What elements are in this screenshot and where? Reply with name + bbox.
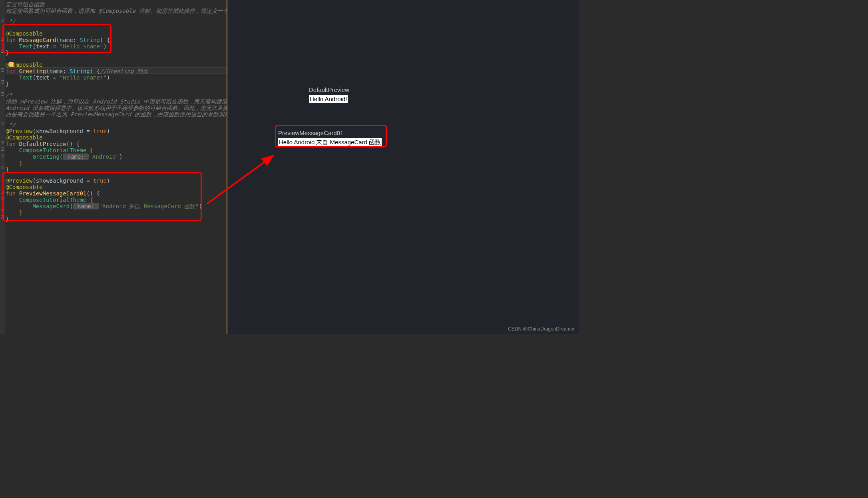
code-line[interactable]: ComposeTutorialTheme { bbox=[6, 147, 93, 153]
code-line[interactable]: fun Greeting(name: String) {//Greeting 问… bbox=[6, 68, 148, 74]
code-line[interactable]: @Preview(showBackground = true) bbox=[6, 128, 110, 134]
code-line[interactable]: Text(text = "Hello $name") bbox=[6, 43, 107, 50]
code-line[interactable]: MessageCard( name: "Android 来自 MessageCa… bbox=[6, 203, 202, 209]
fold-marker[interactable] bbox=[1, 122, 4, 125]
fold-marker[interactable] bbox=[1, 215, 4, 219]
code-line[interactable]: @Preview(showBackground = true) bbox=[6, 177, 110, 184]
code-line[interactable]: */ bbox=[6, 18, 16, 24]
fold-marker[interactable] bbox=[1, 80, 4, 84]
preview-render-default[interactable]: Hello Android! bbox=[309, 95, 348, 103]
code-line[interactable]: ComposeTutorialTheme { bbox=[6, 197, 93, 203]
preview-label: PreviewMessageCard01 bbox=[278, 129, 382, 136]
compose-preview-pane[interactable]: DefaultPreview Hello Android! PreviewMes… bbox=[227, 0, 579, 334]
code-line[interactable]: @Composable bbox=[6, 134, 43, 141]
code-line[interactable]: @Composable bbox=[6, 62, 43, 68]
code-line[interactable]: fun DefaultPreview() { bbox=[6, 141, 80, 147]
fold-marker[interactable] bbox=[1, 166, 4, 169]
code-line[interactable]: } bbox=[6, 209, 22, 216]
code-line[interactable]: @Composable bbox=[6, 30, 43, 37]
code-line[interactable]: @Composable bbox=[6, 184, 43, 190]
fold-marker[interactable] bbox=[1, 154, 4, 157]
fold-marker[interactable] bbox=[1, 92, 4, 96]
code-editor-pane[interactable]: 定义可组合函数 如需使函数成为可组合函数，请添加 @Composable 注解。… bbox=[0, 0, 227, 334]
code-line[interactable]: } bbox=[6, 166, 9, 173]
fold-marker[interactable] bbox=[1, 147, 4, 151]
preview-messagecard01: PreviewMessageCard01 Hello Android 来自 Me… bbox=[278, 129, 382, 147]
code-line[interactable]: */ bbox=[6, 122, 16, 128]
code-line[interactable]: /* bbox=[6, 92, 12, 98]
code-line[interactable]: Android 设备或模拟器中。该注解必须用于不接受参数的可组合函数。因此，您无… bbox=[6, 105, 227, 111]
code-line[interactable]: 借助 @Preview 注解，您可以在 Android Studio 中预览可组… bbox=[6, 98, 227, 105]
fold-marker[interactable] bbox=[1, 38, 4, 41]
code-line[interactable]: } bbox=[6, 50, 9, 56]
preview-render-messagecard01[interactable]: Hello Android 来自 MessageCard 函数 bbox=[278, 138, 382, 147]
code-line[interactable]: Greeting( name: "Android") bbox=[6, 153, 123, 160]
code-line[interactable]: 定义可组合函数 bbox=[6, 1, 45, 8]
fold-marker[interactable] bbox=[1, 197, 4, 200]
fold-marker[interactable] bbox=[1, 209, 4, 212]
fold-marker[interactable] bbox=[1, 68, 4, 72]
code-line[interactable]: fun PreviewMessageCard01() { bbox=[6, 190, 100, 197]
preview-default: DefaultPreview Hello Android! bbox=[309, 86, 349, 103]
code-line[interactable]: 如需使函数成为可组合函数，请添加 @Composable 注解。如需尝试此操作，… bbox=[6, 8, 227, 14]
watermark-text: CSDN @ChinaDragonDreamer bbox=[508, 326, 575, 332]
fold-marker[interactable] bbox=[1, 50, 4, 53]
code-line[interactable]: Text(text = "Hello $name!") bbox=[6, 74, 110, 81]
code-line[interactable]: fun MessageCard(name: String) { bbox=[6, 37, 110, 43]
preview-label: DefaultPreview bbox=[309, 86, 349, 93]
code-line[interactable]: } bbox=[6, 216, 9, 222]
fold-marker[interactable] bbox=[1, 19, 4, 22]
fold-marker[interactable] bbox=[1, 141, 4, 144]
code-line[interactable]: 而是需要创建另一个名为 PreviewMessageCard 的函数，由该函数使… bbox=[6, 111, 227, 118]
editor-gutter bbox=[0, 0, 5, 334]
fold-marker[interactable] bbox=[1, 191, 4, 194]
code-line[interactable]: } bbox=[6, 81, 9, 87]
code-line[interactable]: } bbox=[6, 160, 22, 166]
